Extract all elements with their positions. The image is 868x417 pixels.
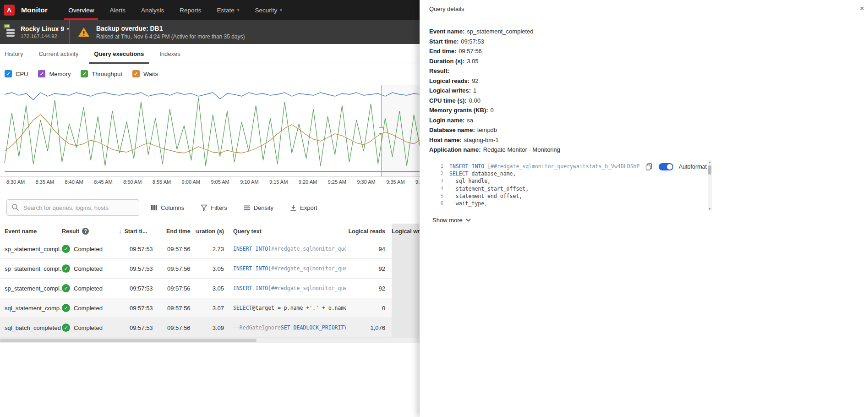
cell-query-text: --RedGateIgnore SET DEADLOCK_PRIORITY -1… [230, 324, 346, 331]
field-label: Memory grants (KB): [429, 107, 488, 113]
density-lines-icon [244, 205, 251, 211]
field-label: Host name: [429, 137, 462, 143]
brush-handle[interactable] [379, 127, 383, 134]
cell-duration: 3.05 [196, 285, 230, 292]
density-button[interactable]: Density [239, 201, 278, 215]
export-button[interactable]: Export [285, 201, 322, 215]
nav-items: Overview Alerts Analysis Reports Estate … [60, 0, 289, 20]
cell-logical-reads: 92 [346, 285, 392, 292]
scrollbar-thumb[interactable] [708, 165, 711, 175]
chevron-down-icon [466, 219, 471, 222]
table-row[interactable]: sql_statement_comp... ✓ Completed 09:57:… [0, 298, 420, 318]
column-header-logical-writes[interactable]: Logical write... [392, 224, 420, 239]
column-header-query-text[interactable]: Query text [230, 228, 346, 235]
legend-cpu[interactable]: ✓ CPU [5, 70, 28, 77]
table-row[interactable]: sp_statement_compl... ✓ Completed 09:57:… [0, 239, 420, 259]
horizontal-scrollbar-thumb[interactable] [0, 339, 257, 342]
tab-indexes[interactable]: Indexes [152, 44, 188, 64]
nav-item-estate[interactable]: Estate ▾ [209, 0, 247, 20]
scroll-up-icon[interactable]: ▲ [709, 160, 711, 165]
cell-logical-reads: 0 [346, 305, 392, 312]
tab-query-executions[interactable]: Query executions [86, 44, 152, 64]
cell-start-time: 09:57:53 [116, 324, 166, 331]
field-label: Logical writes: [429, 88, 471, 93]
show-more-button[interactable]: Show more [432, 217, 471, 224]
columns-button[interactable]: Columns [146, 201, 189, 215]
tab-bar: History Current activity Query execution… [0, 44, 420, 64]
column-label: Query text [233, 228, 262, 235]
show-more-label: Show more [432, 217, 463, 224]
column-header-logical-reads[interactable]: Logical reads [346, 228, 392, 235]
cell-end-time: 09:57:56 [166, 246, 196, 252]
column-header-duration[interactable]: Duration (s) [196, 228, 230, 235]
code-line: 3 sql_handle, [432, 177, 708, 185]
autoformat-label: Autoformat [679, 164, 707, 170]
export-label: Export [300, 204, 317, 211]
nav-item-alerts[interactable]: Alerts [102, 0, 133, 20]
field-label: Login name: [429, 117, 464, 123]
nav-item-analysis[interactable]: Analysis [133, 0, 172, 20]
field-value: 92 [472, 78, 478, 84]
filters-button[interactable]: Filters [196, 201, 232, 215]
code-line: 5 statement_end_offset, [432, 192, 708, 200]
legend-checkbox[interactable]: ✓ [132, 70, 140, 77]
column-label: Start ti... [125, 228, 147, 235]
server-database-icon: VM [5, 26, 16, 38]
completed-check-icon: ✓ [62, 324, 70, 332]
x-axis-label: 9:10 AM [240, 179, 258, 185]
x-axis-label: 9:05 AM [211, 179, 229, 185]
completed-check-icon: ✓ [62, 284, 70, 292]
nav-item-security[interactable]: Security ▾ [247, 0, 289, 20]
cell-logical-writes [392, 239, 420, 258]
x-axis-label: 9:35 AM [386, 179, 404, 185]
alert-banner[interactable]: Backup overdue: DB1 Raised at Thu, Nov 6… [70, 20, 252, 44]
help-icon[interactable]: ? [82, 228, 89, 235]
chevron-down-icon: ▾ [237, 8, 240, 12]
table-body: sp_statement_compl... ✓ Completed 09:57:… [0, 239, 420, 338]
alert-subtitle: Raised at Thu, Nov 6 4:24 PM (Active for… [96, 33, 245, 40]
scrollbar-track[interactable] [708, 165, 712, 207]
cell-start-time: 09:57:53 [116, 305, 166, 312]
panel-title: Query details [429, 5, 464, 12]
nav-item-reports[interactable]: Reports [172, 0, 209, 20]
field-label: End time: [429, 48, 456, 54]
copy-button[interactable] [644, 162, 653, 171]
search-input[interactable] [6, 199, 139, 216]
tab-history[interactable]: History [0, 44, 31, 64]
line-number: 6 [432, 200, 443, 207]
table-row[interactable]: sql_batch_completed ✓ Completed 09:57:53… [0, 318, 420, 338]
legend-memory[interactable]: ✓ Memory [38, 70, 71, 77]
line-number: 2 [432, 170, 443, 177]
field-label: Start time: [429, 38, 459, 44]
legend-checkbox[interactable]: ✓ [38, 70, 45, 77]
column-header-result[interactable]: Result ? [62, 228, 116, 235]
column-header-event-name[interactable]: Event name [5, 228, 62, 235]
detail-field-database-name: Database name: tempdb [429, 127, 858, 133]
x-axis-label: 8:50 AM [123, 179, 142, 185]
code-scrollbar[interactable]: ▲ ▼ [708, 160, 712, 211]
autoformat-toggle[interactable] [659, 163, 673, 170]
table-row[interactable]: sp_statement_compl... ✓ Completed 09:57:… [0, 279, 420, 298]
column-header-end-time[interactable]: End time [166, 228, 196, 235]
server-selector[interactable]: VM Rocky Linux 9 ▾ 172.167.144.92 [0, 20, 69, 44]
legend-throughput[interactable]: ✓ Throughput [81, 70, 122, 77]
close-icon[interactable]: ✕ [857, 3, 867, 13]
nav-item-label: Security [255, 7, 277, 14]
scroll-down-icon[interactable]: ▼ [709, 207, 711, 211]
detail-field-duration-s: Duration (s): 3.05 [429, 58, 858, 64]
horizontal-scrollbar[interactable] [0, 338, 420, 343]
redgate-logo[interactable] [4, 5, 15, 16]
cell-start-time: 09:57:53 [116, 285, 166, 292]
detail-field-application-name: Application name: Redgate Monitor - Moni… [429, 147, 858, 153]
tab-current-activity[interactable]: Current activity [31, 44, 86, 64]
cell-logical-reads: 94 [346, 246, 392, 252]
column-header-start-time[interactable]: ↓ Start ti... [116, 228, 166, 235]
cell-duration: 3.05 [196, 265, 230, 272]
tab-label: History [5, 50, 23, 57]
legend-checkbox[interactable]: ✓ [81, 70, 88, 77]
nav-item-overview[interactable]: Overview [60, 0, 102, 20]
warning-triangle-icon [77, 27, 90, 38]
legend-waits[interactable]: ✓ Waits [132, 70, 158, 77]
table-row[interactable]: sp_statement_compl... ✓ Completed 09:57:… [0, 259, 420, 279]
legend-checkbox[interactable]: ✓ [5, 70, 12, 77]
